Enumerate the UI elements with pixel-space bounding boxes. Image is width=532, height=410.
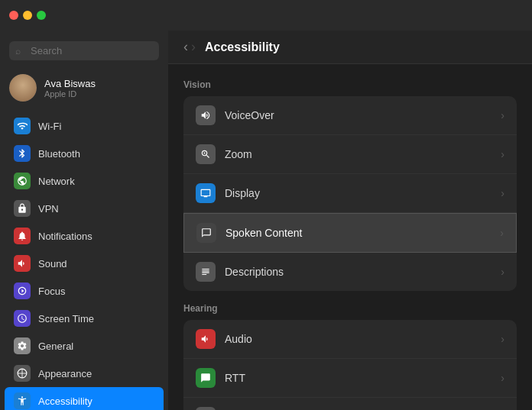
network-icon — [14, 173, 31, 189]
bluetooth-icon — [14, 145, 31, 162]
sound-icon — [14, 255, 31, 272]
search-input[interactable] — [9, 41, 159, 60]
settings-row-audio[interactable]: Audio› — [183, 320, 517, 359]
descriptions-label: Descriptions — [225, 266, 501, 278]
sidebar-items: Wi-FiBluetoothNetworkVPNNotificationsSou… — [0, 112, 168, 410]
sidebar-item-label: Accessibility — [38, 395, 92, 407]
user-profile[interactable]: Ava Biswas Apple ID — [0, 68, 168, 108]
forward-button[interactable]: › — [191, 39, 196, 55]
sidebar-item-appearance[interactable]: Appearance — [5, 360, 164, 387]
captions-icon — [196, 407, 216, 410]
fullscreen-button[interactable] — [37, 11, 46, 20]
sidebar-item-label: General — [38, 341, 73, 352]
descriptions-icon — [196, 262, 216, 282]
sidebar-item-label: Network — [38, 176, 75, 187]
general-icon — [14, 337, 31, 354]
screentime-icon — [14, 310, 31, 327]
display-label: Display — [225, 187, 501, 199]
display-icon — [196, 183, 216, 203]
sidebar-item-label: Appearance — [38, 368, 92, 379]
focus-icon — [14, 282, 31, 299]
section-heading-vision: Vision — [183, 79, 517, 90]
sidebar-item-network[interactable]: Network — [5, 167, 164, 195]
rtt-label: RTT — [225, 372, 501, 384]
voiceover-icon — [196, 105, 216, 125]
user-info: Ava Biswas Apple ID — [44, 78, 96, 98]
sidebar-item-bluetooth[interactable]: Bluetooth — [5, 140, 164, 167]
audio-chevron: › — [501, 333, 504, 345]
sidebar-item-screentime[interactable]: Screen Time — [5, 305, 164, 332]
content-header: ‹ › Accessibility — [168, 31, 532, 64]
content-body: VisionVoiceOver›Zoom›Display›Spoken Cont… — [168, 64, 532, 410]
content-title: Accessibility — [205, 40, 280, 54]
audio-icon — [196, 329, 216, 349]
sidebar-item-sound[interactable]: Sound — [5, 250, 164, 277]
section-heading-hearing: Hearing — [183, 303, 517, 314]
sidebar-item-general[interactable]: General — [5, 332, 164, 360]
zoom-label: Zoom — [225, 148, 501, 160]
audio-label: Audio — [225, 333, 501, 345]
user-name: Ava Biswas — [44, 78, 96, 89]
sidebar-item-vpn[interactable]: VPN — [5, 195, 164, 222]
appearance-icon — [14, 365, 31, 382]
vpn-icon — [14, 200, 31, 217]
search-container: ⌕ — [0, 37, 168, 68]
title-bar — [0, 0, 532, 31]
voiceover-label: VoiceOver — [225, 109, 501, 121]
settings-row-spokencontent[interactable]: Spoken Content› — [183, 213, 517, 253]
settings-group-hearing: Audio›RTT›Captions› — [183, 320, 517, 410]
sidebar-item-wifi[interactable]: Wi-Fi — [5, 112, 164, 140]
accessibility-icon — [14, 392, 31, 409]
close-button[interactable] — [9, 11, 18, 20]
settings-row-display[interactable]: Display› — [183, 174, 517, 213]
spokencontent-chevron: › — [500, 227, 504, 239]
settings-row-descriptions[interactable]: Descriptions› — [183, 253, 517, 291]
settings-row-zoom[interactable]: Zoom› — [183, 135, 517, 174]
traffic-lights — [9, 11, 46, 20]
sidebar-item-label: Wi-Fi — [38, 121, 61, 132]
content-area: ‹ › Accessibility VisionVoiceOver›Zoom›D… — [168, 31, 532, 410]
sidebar-item-label: VPN — [38, 203, 59, 215]
zoom-icon — [196, 144, 216, 164]
settings-row-rtt[interactable]: RTT› — [183, 359, 517, 398]
settings-row-voiceover[interactable]: VoiceOver› — [183, 96, 517, 135]
sidebar-item-label: Notifications — [38, 231, 92, 242]
sidebar-item-accessibility[interactable]: Accessibility — [5, 387, 164, 410]
search-icon: ⌕ — [15, 46, 21, 56]
sidebar-item-label: Focus — [38, 286, 65, 297]
search-wrapper: ⌕ — [9, 41, 159, 60]
sidebar-item-label: Sound — [38, 258, 67, 270]
spokencontent-label: Spoken Content — [225, 227, 500, 239]
sidebar-item-label: Bluetooth — [38, 148, 80, 160]
user-subtitle: Apple ID — [44, 89, 96, 98]
sidebar: ⌕ Ava Biswas Apple ID Wi-FiBluetoothNetw… — [0, 31, 168, 410]
rtt-chevron: › — [501, 372, 504, 384]
sections-container: VisionVoiceOver›Zoom›Display›Spoken Cont… — [183, 79, 517, 410]
back-button[interactable]: ‹ — [183, 39, 188, 55]
sidebar-item-label: Screen Time — [38, 313, 94, 324]
descriptions-chevron: › — [501, 266, 504, 278]
notifications-icon — [14, 228, 31, 244]
settings-row-captions[interactable]: Captions› — [183, 398, 517, 410]
voiceover-chevron: › — [501, 109, 504, 121]
settings-group-vision: VoiceOver›Zoom›Display›Spoken Content›De… — [183, 96, 517, 291]
display-chevron: › — [501, 187, 504, 199]
avatar — [9, 74, 37, 102]
zoom-chevron: › — [501, 148, 504, 160]
rtt-icon — [196, 368, 216, 388]
sidebar-item-notifications[interactable]: Notifications — [5, 222, 164, 250]
main-layout: ⌕ Ava Biswas Apple ID Wi-FiBluetoothNetw… — [0, 31, 532, 410]
minimize-button[interactable] — [23, 11, 32, 20]
spokencontent-icon — [196, 223, 216, 243]
sidebar-item-focus[interactable]: Focus — [5, 277, 164, 305]
wifi-icon — [14, 118, 31, 134]
